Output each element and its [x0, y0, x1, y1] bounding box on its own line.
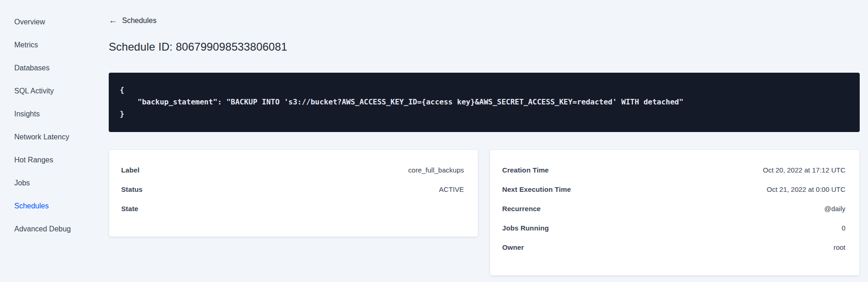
main-content: ← Schedules Schedule ID: 806799098533806… [109, 0, 868, 282]
detail-value: 0 [842, 224, 845, 232]
code-line: { [120, 84, 849, 96]
schedule-timing-card: Creation Time Oct 20, 2022 at 17:12 UTC … [490, 150, 860, 276]
sidebar-nav: Overview Metrics Databases SQL Activity … [0, 0, 109, 282]
detail-value: root [833, 243, 845, 251]
detail-row: Owner root [502, 237, 845, 257]
sidebar-item[interactable]: Schedules [14, 195, 109, 218]
detail-cards-row: Label core_full_backups Status ACTIVE St… [109, 150, 860, 276]
detail-label: Jobs Running [502, 224, 549, 232]
sidebar-item[interactable]: Jobs [14, 172, 109, 195]
detail-value: ACTIVE [439, 185, 464, 193]
detail-label: Label [121, 166, 140, 174]
detail-row: Creation Time Oct 20, 2022 at 17:12 UTC [502, 160, 845, 179]
detail-row: Jobs Running 0 [502, 218, 845, 237]
detail-value: core_full_backups [408, 166, 464, 174]
sidebar-item[interactable]: Insights [14, 103, 109, 126]
code-line: } [120, 108, 849, 120]
sidebar-item[interactable]: Hot Ranges [14, 149, 109, 172]
detail-label: Next Execution Time [502, 185, 571, 193]
code-line: "backup_statement": "BACKUP INTO 's3://b… [120, 96, 849, 108]
sidebar-item[interactable]: Overview [14, 11, 109, 34]
schedule-details-page: Overview Metrics Databases SQL Activity … [0, 0, 868, 282]
detail-label: Owner [502, 243, 524, 251]
sidebar-item[interactable]: Metrics [14, 34, 109, 57]
sidebar-item[interactable]: SQL Activity [14, 80, 109, 103]
detail-label: Creation Time [502, 166, 549, 174]
detail-row: Recurrence @daily [502, 199, 845, 218]
arrow-left-icon: ← [109, 16, 117, 24]
detail-row: Status ACTIVE [121, 179, 464, 199]
schedule-summary-card: Label core_full_backups Status ACTIVE St… [109, 150, 478, 237]
detail-row: Label core_full_backups [121, 160, 464, 179]
backup-statement-code-block: { "backup_statement": "BACKUP INTO 's3:/… [109, 73, 860, 132]
sidebar-item[interactable]: Databases [14, 57, 109, 80]
detail-value: Oct 21, 2022 at 0:00 UTC [767, 185, 845, 193]
detail-label: Status [121, 185, 142, 193]
detail-label: Recurrence [502, 205, 541, 213]
detail-value: @daily [824, 205, 845, 213]
detail-label: State [121, 205, 138, 213]
back-to-schedules-link[interactable]: ← Schedules [109, 17, 157, 25]
page-title: Schedule ID: 806799098533806081 [109, 40, 860, 53]
detail-value: Oct 20, 2022 at 17:12 UTC [763, 166, 845, 174]
sidebar-item[interactable]: Advanced Debug [14, 218, 109, 241]
back-link-label: Schedules [122, 17, 157, 25]
detail-row: Next Execution Time Oct 21, 2022 at 0:00… [502, 179, 845, 199]
sidebar-item[interactable]: Network Latency [14, 126, 109, 149]
detail-row: State [121, 199, 464, 218]
